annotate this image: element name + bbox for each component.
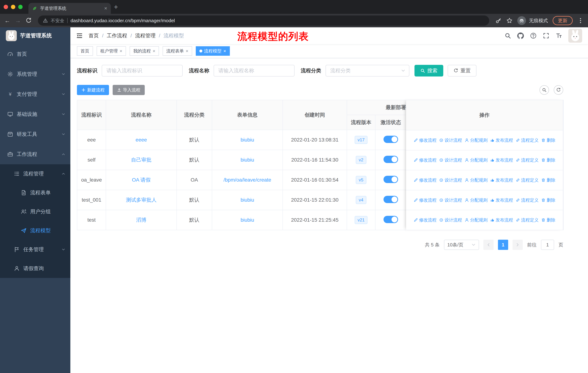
modify-process-link[interactable]: 修改流程 xyxy=(414,177,437,183)
active-toggle[interactable] xyxy=(383,196,398,203)
active-toggle[interactable] xyxy=(383,216,398,223)
reset-button[interactable]: 重置 xyxy=(448,65,476,77)
back-icon[interactable]: ← xyxy=(4,18,10,23)
publish-process-link[interactable]: 发布流程 xyxy=(490,217,513,223)
breadcrumb-process-management[interactable]: 流程管理 xyxy=(135,32,156,39)
close-icon[interactable]: × xyxy=(186,49,188,53)
modify-process-link[interactable]: 修改流程 xyxy=(414,217,437,223)
sidebar-item-payment[interactable]: 支付管理 xyxy=(0,84,70,104)
next-page-button[interactable] xyxy=(513,240,523,250)
tag-tenant-management[interactable]: 租户管理 × xyxy=(97,46,126,56)
modify-process-link[interactable]: 修改流程 xyxy=(414,157,437,163)
fullscreen-icon[interactable] xyxy=(543,32,549,39)
publish-process-link[interactable]: 发布流程 xyxy=(490,157,513,163)
delete-process-link[interactable]: 删除 xyxy=(541,197,555,203)
sidebar-logo[interactable]: 芋道管理系统 xyxy=(0,27,70,44)
tag-home[interactable]: 首页 xyxy=(77,46,93,56)
design-process-link[interactable]: 设计流程 xyxy=(439,217,462,223)
process-definition-link[interactable]: 流程定义 xyxy=(516,197,539,203)
design-process-link[interactable]: 设计流程 xyxy=(439,157,462,163)
design-process-link[interactable]: 设计流程 xyxy=(439,177,462,183)
category-select[interactable]: 流程分类 xyxy=(326,65,409,77)
publish-process-link[interactable]: 发布流程 xyxy=(490,197,513,203)
close-icon[interactable]: × xyxy=(120,49,122,53)
sidebar-item-devtools[interactable]: 研发工具 xyxy=(0,124,70,144)
delete-process-link[interactable]: 删除 xyxy=(541,157,555,163)
delete-process-link[interactable]: 删除 xyxy=(541,177,555,183)
tag-process-model[interactable]: 流程模型 × xyxy=(196,46,230,56)
bookmark-star-icon[interactable] xyxy=(506,18,513,24)
search-icon[interactable] xyxy=(504,32,511,39)
sidebar-item-workflow[interactable]: 工作流程 xyxy=(0,144,70,164)
process-definition-link[interactable]: 流程定义 xyxy=(516,217,539,223)
breadcrumb-home[interactable]: 首页 xyxy=(89,32,99,39)
assign-rule-link[interactable]: 分配规则 xyxy=(465,197,488,203)
browser-menu-icon[interactable] xyxy=(578,18,584,24)
sidebar-item-task-management[interactable]: 任务管理 xyxy=(0,240,70,259)
process-name-link[interactable]: 滔博 xyxy=(136,217,146,223)
close-icon[interactable]: × xyxy=(223,49,226,53)
sidebar-item-process-management[interactable]: 流程管理 xyxy=(0,164,70,183)
form-info-link[interactable]: biubiu xyxy=(241,197,254,203)
publish-process-link[interactable]: 发布流程 xyxy=(490,137,513,143)
modify-process-link[interactable]: 修改流程 xyxy=(414,197,437,203)
assign-rule-link[interactable]: 分配规则 xyxy=(465,177,488,183)
design-process-link[interactable]: 设计流程 xyxy=(439,197,462,203)
user-avatar[interactable] xyxy=(568,29,582,43)
sidebar-item-infrastructure[interactable]: 基础设施 xyxy=(0,104,70,124)
menu-fold-icon[interactable] xyxy=(76,32,83,39)
refresh-table-button[interactable] xyxy=(554,85,563,95)
sidebar-item-process-form[interactable]: 流程表单 xyxy=(0,183,70,202)
tag-process-form[interactable]: 流程表单 × xyxy=(163,46,192,56)
sidebar-item-process-model[interactable]: 流程模型 xyxy=(0,221,70,240)
window-close-button[interactable] xyxy=(4,5,8,9)
process-definition-link[interactable]: 流程定义 xyxy=(516,177,539,183)
form-info-link[interactable]: biubiu xyxy=(241,137,254,143)
font-size-icon[interactable] xyxy=(556,32,562,39)
active-toggle[interactable] xyxy=(383,176,398,183)
window-minimize-button[interactable] xyxy=(11,5,15,9)
form-info-link[interactable]: biubiu xyxy=(241,157,254,163)
process-definition-link[interactable]: 流程定义 xyxy=(516,157,539,163)
window-zoom-button[interactable] xyxy=(18,5,23,9)
prev-page-button[interactable] xyxy=(483,240,494,250)
help-icon[interactable] xyxy=(530,32,537,39)
process-name-link[interactable]: OA 请假 xyxy=(132,177,151,183)
page-number-current[interactable]: 1 xyxy=(498,240,508,250)
forward-icon[interactable]: → xyxy=(15,18,21,23)
assign-rule-link[interactable]: 分配规则 xyxy=(465,217,488,223)
page-size-select[interactable]: 10条/页 xyxy=(444,240,479,250)
form-info-link[interactable]: /bpm/oa/leave/create xyxy=(223,177,271,183)
import-process-button[interactable]: 导入流程 xyxy=(113,85,145,95)
process-key-input[interactable] xyxy=(102,65,183,77)
active-toggle[interactable] xyxy=(383,156,398,163)
browser-tab[interactable]: 芋道管理系统 × xyxy=(28,3,111,14)
form-info-link[interactable]: biubiu xyxy=(241,217,254,223)
search-button[interactable]: 搜索 xyxy=(414,65,443,77)
process-name-link[interactable]: eeee xyxy=(136,137,147,143)
publish-process-link[interactable]: 发布流程 xyxy=(490,177,513,183)
toggle-search-button[interactable] xyxy=(539,85,549,95)
process-name-link[interactable]: 测试多审批人 xyxy=(126,197,157,203)
new-tab-button[interactable]: + xyxy=(111,2,121,12)
active-toggle[interactable] xyxy=(383,136,398,143)
reload-icon[interactable] xyxy=(26,18,32,24)
breadcrumb-workflow[interactable]: 工作流程 xyxy=(107,32,127,39)
assign-rule-link[interactable]: 分配规则 xyxy=(465,137,488,143)
close-icon[interactable]: × xyxy=(153,49,155,53)
sidebar-item-home[interactable]: 首页 xyxy=(0,44,70,64)
sidebar-item-leave-query[interactable]: 请假查询 xyxy=(0,259,70,278)
key-icon[interactable] xyxy=(495,18,502,24)
tag-my-process[interactable]: 我的流程 × xyxy=(130,46,159,56)
github-icon[interactable] xyxy=(517,32,524,39)
process-definition-link[interactable]: 流程定义 xyxy=(516,137,539,143)
process-name-input[interactable] xyxy=(214,65,294,77)
goto-page-input[interactable] xyxy=(541,240,554,250)
sidebar-item-system[interactable]: 系统管理 xyxy=(0,64,70,84)
assign-rule-link[interactable]: 分配规则 xyxy=(465,157,488,163)
delete-process-link[interactable]: 删除 xyxy=(541,217,555,223)
sidebar-item-user-group[interactable]: 用户分组 xyxy=(0,202,70,221)
delete-process-link[interactable]: 删除 xyxy=(541,137,555,143)
address-bar[interactable]: 不安全 dashboard.yudao.iocoder.cn/bpm/manag… xyxy=(38,15,489,26)
tab-close-icon[interactable]: × xyxy=(104,5,107,11)
